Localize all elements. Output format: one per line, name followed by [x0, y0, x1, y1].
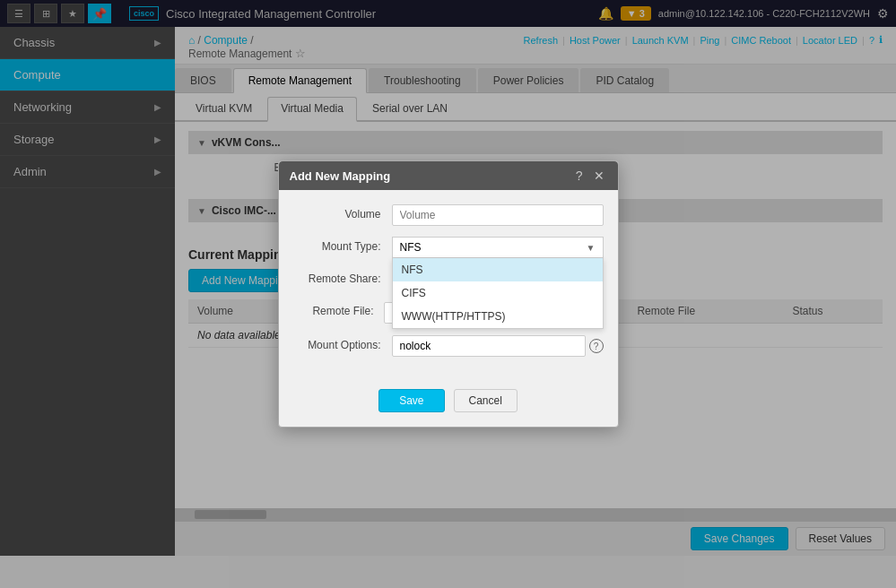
modal-title: Add New Mapping [290, 169, 391, 183]
mount-type-wrapper: NFS ▼ NFS CIFS WWW(HTTP/HTTPS) [392, 237, 604, 258]
mount-type-option-nfs[interactable]: NFS [393, 258, 603, 281]
mount-type-select-display[interactable]: NFS ▼ [392, 237, 604, 258]
mount-type-option-cifs[interactable]: CIFS [393, 281, 603, 305]
mount-options-help-icon[interactable]: ? [589, 339, 604, 353]
modal-body: Volume Mount Type: NFS ▼ NFS CIFS WWW(HT… [279, 190, 618, 382]
modal-footer: Save Cancel [279, 382, 618, 427]
volume-field-row: Volume [293, 204, 604, 226]
modal-title-bar: Add New Mapping ? ✕ [279, 161, 618, 190]
mount-type-selected-value: NFS [400, 241, 422, 254]
dropdown-arrow-icon: ▼ [587, 243, 596, 253]
remote-file-label: Remote File: [293, 301, 385, 317]
mount-options-field-row: Mount Options: ? [293, 335, 604, 357]
modal-title-icons: ? ✕ [573, 169, 607, 183]
modal-cancel-button[interactable]: Cancel [454, 389, 518, 412]
mount-options-group: ? [392, 335, 604, 357]
volume-input[interactable] [392, 204, 604, 226]
volume-label: Volume [293, 204, 392, 220]
mount-type-label: Mount Type: [293, 237, 392, 253]
modal-close-icon[interactable]: ✕ [591, 169, 607, 183]
mount-type-option-www[interactable]: WWW(HTTP/HTTPS) [393, 305, 603, 328]
modal-overlay: Add New Mapping ? ✕ Volume Mount Type: N… [0, 0, 896, 588]
modal-save-button[interactable]: Save [378, 389, 444, 412]
mount-type-dropdown: NFS CIFS WWW(HTTP/HTTPS) [392, 258, 604, 329]
modal-help-icon[interactable]: ? [573, 169, 586, 183]
add-new-mapping-modal: Add New Mapping ? ✕ Volume Mount Type: N… [278, 160, 619, 428]
mount-options-input[interactable] [392, 335, 586, 357]
remote-share-label: Remote Share: [293, 269, 392, 285]
mount-type-field-row: Mount Type: NFS ▼ NFS CIFS WWW(HTTP/HTTP… [293, 237, 604, 258]
mount-options-label: Mount Options: [293, 335, 392, 351]
